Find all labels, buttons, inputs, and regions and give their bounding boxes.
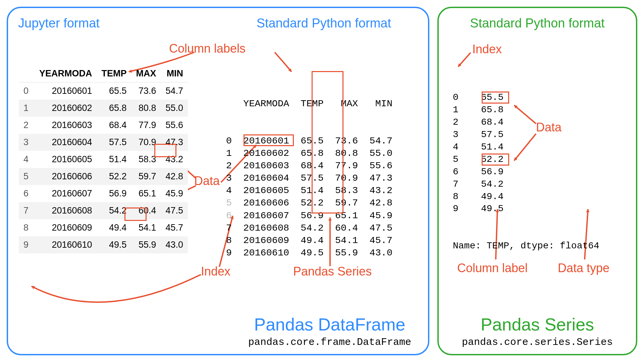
std-row: 1 20160602 65.8 80.8 55.0 [226, 147, 392, 160]
big-dataframe: Pandas DataFrame [248, 314, 411, 335]
table-row: 52016060652.259.742.8 [19, 168, 188, 185]
series-footer-block: Pandas Series pandas.core.series.Series [439, 314, 636, 348]
row-index: 7 [19, 202, 35, 219]
col-min: MIN [161, 65, 188, 82]
series-row: 7 54.2 [453, 178, 599, 191]
cell-yearmoda: 20160604 [35, 134, 97, 151]
title-jupyter: Jupyter format [18, 16, 100, 31]
series-row: 6 56.9 [453, 166, 599, 178]
cell-temp: 54.2 [97, 202, 131, 219]
cell-min: 45.7 [161, 219, 188, 236]
title-std-right: Standard Python format [449, 16, 626, 31]
row-index: 2 [19, 117, 35, 134]
cell-yearmoda: 20160609 [35, 219, 97, 236]
table-row: 42016060551.458.343.2 [19, 151, 188, 168]
table-row: 22016060368.477.955.6 [19, 117, 188, 134]
cell-yearmoda: 20160601 [35, 82, 97, 100]
series-footer: Name: TEMP, dtype: float64 [453, 240, 599, 252]
table-row: 72016060854.260.447.5 [19, 202, 188, 219]
cell-max: 60.4 [131, 202, 161, 219]
module-series: pandas.core.series.Series [439, 337, 636, 348]
cell-max: 58.3 [131, 151, 161, 168]
callout-data: Data [194, 174, 220, 188]
std-row: 8 20160609 49.4 54.1 45.7 [226, 234, 392, 247]
cell-temp: 65.8 [97, 100, 131, 117]
title-std-left: Standard Python format [257, 16, 391, 31]
cell-yearmoda: 20160602 [35, 100, 97, 117]
cell-max: 59.7 [131, 168, 161, 185]
cell-max: 54.1 [131, 219, 161, 236]
cell-temp: 51.4 [97, 151, 131, 168]
cell-max: 77.9 [131, 117, 161, 134]
jupyter-table-wrap: YEARMODA TEMP MAX MIN 02016060165.573.65… [19, 65, 188, 253]
std-header: YEARMODA TEMP MAX MIN [226, 98, 392, 110]
row-index: 1 [19, 100, 35, 117]
series-row: 0 65.5 [453, 92, 599, 104]
cell-min: 55.6 [161, 117, 188, 134]
series-row: 8 49.4 [453, 191, 599, 203]
series-row: 3 57.5 [453, 129, 599, 141]
cell-yearmoda: 20160606 [35, 168, 97, 185]
callout-column-labels: Column labels [169, 42, 246, 56]
callout-index: Index [201, 264, 230, 279]
std-row: 4 20160605 51.4 58.3 43.2 [226, 184, 392, 197]
cell-min: 47.5 [161, 202, 188, 219]
std-row: 3 20160604 57.5 70.9 47.3 [226, 172, 392, 184]
cell-temp: 68.4 [97, 117, 131, 134]
std-row: 0 20160601 65.5 73.6 54.7 [226, 135, 392, 147]
row-index: 8 [19, 219, 35, 236]
table-row: 02016060165.573.654.7 [19, 82, 188, 100]
callout-column-label: Column label [457, 261, 528, 275]
row-index: 0 [19, 82, 35, 100]
table-row: 12016060265.880.855.0 [19, 100, 188, 117]
series-panel: Standard Python format Index 0 65.51 65.… [437, 7, 637, 355]
cell-max: 65.1 [131, 185, 161, 202]
cell-max: 80.8 [131, 100, 161, 117]
cell-yearmoda: 20160610 [35, 236, 97, 253]
std-row: 7 20160608 54.2 60.4 47.5 [226, 222, 392, 234]
series-row: 9 49.5 [453, 203, 599, 215]
std-row: 2 20160603 68.4 77.9 55.6 [226, 160, 392, 172]
cell-yearmoda: 20160603 [35, 117, 97, 134]
jupyter-table: YEARMODA TEMP MAX MIN 02016060165.573.65… [19, 65, 188, 253]
svg-line-5 [458, 53, 471, 67]
std-row: 5 20160606 52.2 59.7 42.8 [226, 197, 392, 209]
dataframe-footer: Pandas DataFrame pandas.core.frame.DataF… [248, 314, 411, 348]
cell-min: 45.9 [161, 185, 188, 202]
cell-temp: 56.9 [97, 185, 131, 202]
cell-temp: 52.2 [97, 168, 131, 185]
cell-max: 55.9 [131, 236, 161, 253]
cell-min: 43.2 [161, 151, 188, 168]
cell-temp: 65.5 [97, 82, 131, 100]
cell-max: 73.6 [131, 82, 161, 100]
std-row: 9 20160610 49.5 55.9 43.0 [226, 247, 392, 259]
module-dataframe: pandas.core.frame.DataFrame [248, 337, 411, 348]
series-row: 4 51.4 [453, 141, 599, 154]
cell-min: 47.3 [161, 134, 188, 151]
std-python-df: YEARMODA TEMP MAX MIN 0 20160601 65.5 73… [226, 73, 392, 284]
col-temp: TEMP [97, 65, 131, 82]
cell-yearmoda: 20160607 [35, 185, 97, 202]
cell-min: 42.8 [161, 168, 188, 185]
callout-data-series: Data [536, 120, 561, 134]
row-index: 6 [19, 185, 35, 202]
row-index: 5 [19, 168, 35, 185]
table-row: 62016060756.965.145.9 [19, 185, 188, 202]
series-row: 2 68.4 [453, 116, 599, 129]
row-index: 4 [19, 151, 35, 168]
cell-min: 43.0 [161, 236, 188, 253]
cell-yearmoda: 20160605 [35, 151, 97, 168]
series-row: 5 52.2 [453, 154, 599, 166]
series-row: 1 65.8 [453, 104, 599, 116]
row-index: 3 [19, 134, 35, 151]
callout-series: Pandas Series [293, 264, 372, 279]
table-row: 32016060457.570.947.3 [19, 134, 188, 151]
cell-temp: 57.5 [97, 134, 131, 151]
table-row: 82016060949.454.145.7 [19, 219, 188, 236]
cell-min: 54.7 [161, 82, 188, 100]
table-header-row: YEARMODA TEMP MAX MIN [19, 65, 188, 82]
cell-max: 70.9 [131, 134, 161, 151]
cell-min: 55.0 [161, 100, 188, 117]
std-python-series: 0 65.51 65.82 68.43 57.54 51.45 52.26 56… [453, 67, 599, 277]
cell-temp: 49.5 [97, 236, 131, 253]
